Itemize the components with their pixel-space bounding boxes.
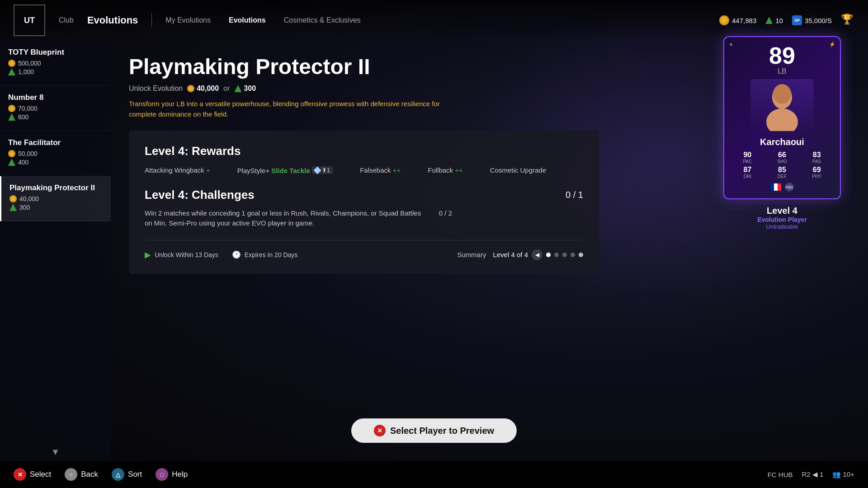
cost-coins-row: 40,000 — [9, 195, 103, 202]
nav-cosmetics[interactable]: Cosmetics & Exclusives — [284, 16, 361, 24]
challenges-header: Level 4: Challenges 0 / 1 — [145, 188, 583, 202]
level-dot-1[interactable] — [546, 253, 551, 257]
sidebar: TOTY Blueprint 500,000 1,000 Number 8 70… — [0, 41, 111, 461]
unlock-pts-value: 300 — [244, 84, 256, 93]
cost-pts: 1,000 — [18, 68, 34, 75]
sidebar-item-number8[interactable]: Number 8 70,000 600 — [0, 86, 111, 131]
coins-value: 447,983 — [732, 17, 756, 24]
rewards-grid: Attacking Wingback + PlayStyle+ Slide Ta… — [145, 166, 583, 174]
reward-fullback: Fullback ++ — [428, 166, 463, 174]
card-top-icons: ★ ⚡ — [729, 42, 835, 47]
sidebar-item-facilitator[interactable]: The Facilitator 50,000 400 — [0, 131, 111, 176]
players-indicator: 👥 10+ — [832, 470, 854, 479]
svg-point-2 — [773, 84, 791, 104]
coin-icon — [8, 150, 15, 157]
coin-icon — [8, 105, 15, 112]
sidebar-item-title: TOTY Blueprint — [8, 48, 103, 57]
stat-dri: 87 DRI — [731, 166, 764, 179]
level-dot-5[interactable] — [579, 253, 583, 257]
challenge-description: Win 2 matches while conceding 1 goal or … — [145, 208, 430, 229]
coin-icon — [187, 85, 194, 92]
card-top-left-icon: ★ — [729, 42, 733, 47]
pts-icon — [8, 68, 15, 75]
select-button[interactable]: ✕ Select — [14, 468, 51, 481]
cost-coins: 40,000 — [19, 195, 39, 202]
level-dot-4[interactable] — [571, 253, 575, 257]
top-navigation: UT Club Evolutions My Evolutions Evoluti… — [0, 0, 868, 41]
clock-icon: 🕐 — [232, 250, 241, 259]
reward-attacking-wingback: Attacking Wingback + — [145, 166, 210, 174]
challenges-total: 0 / 1 — [566, 190, 583, 200]
cost-pts-row: 600 — [8, 113, 103, 121]
select-label: Select — [30, 470, 51, 479]
expires-badge: 🕐 Expires In 20 Days — [232, 250, 298, 259]
sidebar-scroll-down[interactable]: ▼ — [47, 443, 64, 461]
stat-pas: 83 PAS — [800, 151, 833, 164]
club-badge: PSG — [785, 183, 794, 192]
sidebar-item-toty[interactable]: TOTY Blueprint 500,000 1,000 — [0, 41, 111, 86]
cost-coins-row: 50,000 — [8, 150, 103, 157]
expires-text: Expires In 20 Days — [245, 251, 298, 258]
cost-pts-row: 400 — [8, 159, 103, 166]
reward-cosmetic: Cosmetic Upgrade — [490, 166, 546, 174]
cost-pts-row: 1,000 — [8, 68, 103, 75]
svg-point-1 — [766, 108, 798, 131]
nav-club[interactable]: Club — [59, 16, 74, 24]
coins-currency: 447,983 — [719, 15, 756, 25]
stat-pac: 90 PAC — [731, 151, 764, 164]
cost-pts: 600 — [18, 113, 28, 121]
cost-coins: 70,000 — [18, 105, 38, 112]
pts-icon — [765, 17, 773, 24]
help-button[interactable]: □ Help — [156, 468, 188, 481]
sidebar-item-title: The Facilitator — [8, 138, 103, 147]
pts-icon — [9, 204, 17, 211]
level-dot-2[interactable] — [554, 253, 559, 257]
player-silhouette — [755, 81, 809, 131]
trophy-icon[interactable]: 🏆 — [841, 14, 854, 27]
back-button[interactable]: ○ Back — [65, 468, 98, 481]
x-button-icon: ✕ — [14, 468, 26, 481]
nav-my-evolutions[interactable]: My Evolutions — [165, 16, 211, 24]
sidebar-item-playmaking[interactable]: Playmaking Protector II 40,000 300 — [0, 176, 111, 221]
level-prev-arrow[interactable]: ◀ — [532, 249, 542, 260]
sp-currency: SP 35,000/S — [792, 15, 832, 25]
reward-falseback: Falseback ++ — [360, 166, 401, 174]
nav-evolutions-main[interactable]: Evolutions — [87, 14, 138, 26]
level-navigation: Level 4 of 4 ◀ — [493, 249, 583, 260]
back-label: Back — [81, 470, 98, 479]
nav-evolutions[interactable]: Evolutions — [229, 16, 266, 24]
stat-def: 85 DEF — [766, 166, 799, 179]
select-player-button[interactable]: ✕ Select Player to Preview — [351, 418, 517, 443]
or-label: or — [223, 84, 230, 93]
coin-icon — [9, 195, 17, 202]
logo-text: UT — [24, 16, 35, 25]
coin-icon — [719, 15, 729, 25]
currency-area: 447,983 10 SP 35,000/S 🏆 — [719, 14, 854, 27]
level-dot-3[interactable] — [562, 253, 567, 257]
card-untradeable: Untradeable — [723, 223, 841, 230]
cost-pts-row: 300 — [9, 204, 103, 211]
unlock-coin-cost: 40,000 — [187, 84, 219, 93]
level-label: Level 4 of 4 — [493, 251, 528, 258]
unlock-pts-cost: 300 — [234, 84, 256, 93]
rewards-title: Level 4: Rewards — [145, 144, 583, 158]
cost-pts: 400 — [18, 159, 28, 166]
card-top-right-icon: ⚡ — [829, 42, 835, 47]
pts-icon — [8, 159, 15, 166]
challenge-row: Win 2 matches while conceding 1 goal or … — [145, 208, 452, 229]
sort-button[interactable]: △ Sort — [112, 468, 142, 481]
evolution-description: Transform your LB into a versatile power… — [129, 99, 468, 119]
card-level: Level 4 — [723, 206, 841, 216]
diamond-icon — [313, 166, 321, 174]
select-player-label: Select Player to Preview — [390, 426, 494, 436]
summary-button[interactable]: Summary — [457, 251, 486, 258]
pts-icon — [234, 85, 241, 92]
fc-hub-label: FC HUB — [768, 471, 793, 479]
challenges-title: Level 4: Challenges — [145, 188, 255, 202]
r2-indicator: R2 ◀ 1 — [802, 470, 824, 479]
card-stats-grid: 90 PAC 66 SHO 83 PAS 87 DRI 85 DEF 69 PH… — [731, 151, 833, 179]
french-flag — [770, 183, 781, 191]
bottom-right: FC HUB R2 ◀ 1 👥 10+ — [768, 470, 854, 479]
card-position: LB — [731, 67, 833, 75]
help-label: Help — [172, 470, 188, 479]
